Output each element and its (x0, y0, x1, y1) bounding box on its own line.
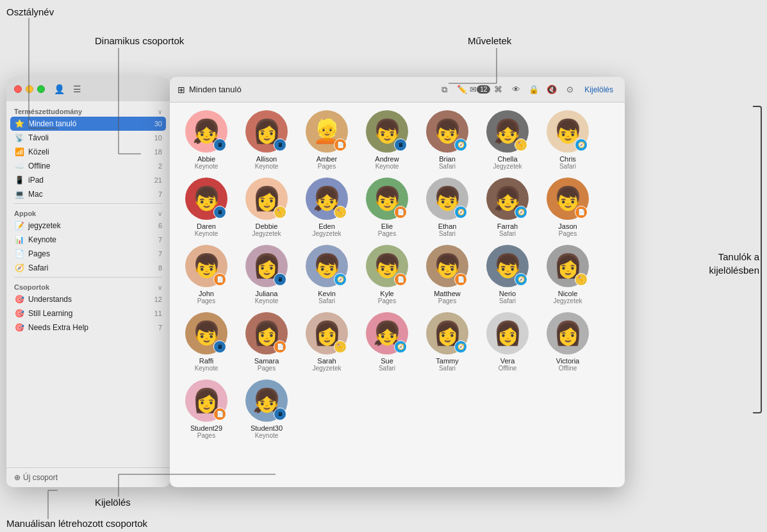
student-card[interactable]: 👩🧭TammySafari (421, 312, 474, 372)
sidebar-item-tavoli[interactable]: 📡 Távoli 10 (6, 131, 170, 145)
keynote-badge-icon: 🖥 (213, 138, 226, 151)
pages-badge-icon: 📄 (334, 138, 347, 151)
student-card[interactable]: 👦📄KylePages (361, 245, 413, 304)
plus-icon: ⊕ (14, 473, 21, 482)
student-card[interactable]: 👩✏️SarahJegyzetek (301, 312, 353, 372)
sidebar-item-jegyzetek[interactable]: 📝 jegyzetek 6 (6, 219, 170, 233)
student-app: Safari (439, 230, 456, 237)
student-app: Keynote (195, 230, 219, 237)
sidebar-item-pages[interactable]: 📄 Pages 7 (6, 247, 170, 261)
student-avatar-wrap: 👧🖥 (245, 379, 288, 422)
student-card[interactable]: 👦📄EliePages (361, 178, 413, 237)
close-button[interactable] (14, 85, 22, 93)
sidebar-count: 11 (154, 310, 162, 317)
sidebar-item-mac[interactable]: 💻 Mac 7 (6, 187, 170, 201)
student-avatar-wrap: 👦🧭 (486, 245, 529, 287)
student-card[interactable]: 👧🧭FarrahSafari (481, 178, 534, 237)
keynote-badge-icon: 🖥 (274, 138, 286, 151)
sidebar-label: Távoli (28, 133, 151, 142)
student-card[interactable]: 👧🖥AbbieKeynote (180, 110, 233, 170)
chevron-icon: ∨ (158, 210, 162, 217)
maximize-button[interactable] (37, 85, 45, 93)
star-icon: ⭐ (14, 119, 24, 129)
list-icon[interactable]: ☰ (70, 84, 83, 94)
sidebar-label: Közeli (28, 147, 151, 156)
pencil-icon[interactable]: ✏️ (455, 83, 469, 97)
student-card[interactable]: 👱📄AmberPages (301, 110, 353, 170)
student-name: Kyle (380, 290, 393, 297)
more-icon[interactable]: ⊙ (563, 83, 577, 97)
share-icon[interactable]: ⌘ (491, 83, 505, 97)
sidebar-item-offline[interactable]: ☁️ Offline 2 (6, 159, 170, 173)
student-card[interactable]: 👦📄MatthewPages (421, 245, 474, 304)
student-card[interactable]: 👧🖥Student30Keynote (240, 379, 293, 439)
student-card[interactable]: 👦📄JasonPages (541, 178, 594, 237)
nearby-icon: 📶 (14, 147, 24, 157)
ann-kijelolés: Kijelölés (95, 497, 131, 508)
eye-icon[interactable]: 👁 (509, 83, 523, 97)
student-name: Chella (497, 155, 517, 163)
toolbar-actions: ⧉ ✏️ ✉ 12 ⌘ 👁 🔒 🔇 ⊙ Kijelölés (437, 83, 617, 97)
pages-badge-icon: 📄 (274, 340, 286, 353)
student-app: Jegyzetek (312, 365, 341, 372)
notes-badge-icon: ✏️ (274, 206, 286, 219)
notes-badge-icon: ✏️ (334, 340, 347, 353)
groups-section-header[interactable]: Csoportok ∨ (6, 279, 170, 292)
sidebar-item-kozeli[interactable]: 📶 Közeli 18 (6, 145, 170, 159)
new-group-footer[interactable]: ⊕ Új csoport (6, 467, 170, 487)
sidebar-item-understands[interactable]: 🎯 Understands 12 (6, 292, 170, 306)
lock-icon[interactable]: 🔒 (527, 83, 541, 97)
sidebar-label: Still Learning (28, 309, 151, 318)
people-icon[interactable]: 👤 (53, 84, 65, 94)
student-card[interactable]: 👧🧭SueSafari (361, 312, 413, 372)
sidebar-item-still-learning[interactable]: 🎯 Still Learning 11 (6, 306, 170, 320)
student-avatar-wrap: 👩✏️ (306, 312, 348, 354)
student-card[interactable]: 👩📄SamaraPages (240, 312, 293, 372)
student-card[interactable]: 👩VictoriaOffline (541, 312, 594, 372)
student-card[interactable]: 👩🖥JulianaKeynote (240, 245, 293, 304)
kijeloles-button[interactable]: Kijelölés (581, 84, 617, 96)
keynote-badge-icon: 🖥 (213, 340, 226, 353)
mute-icon[interactable]: 🔇 (545, 83, 559, 97)
student-card[interactable]: 👩📄Student29Pages (180, 379, 233, 439)
sidebar-item-minden-tanulo[interactable]: ⭐ Minden tanuló 30 (10, 117, 166, 131)
student-card[interactable]: 👦🧭ChrisSafari (541, 110, 594, 170)
class-section-header[interactable]: Természettudomány ∨ (6, 104, 170, 117)
student-card[interactable]: 👦🧭BrianSafari (421, 110, 474, 170)
ipad-icon: 📱 (14, 175, 24, 185)
student-card[interactable]: 👧✏️ChellaJegyzetek (481, 110, 534, 170)
student-avatar-wrap: 👧✏️ (306, 178, 348, 220)
message-icon[interactable]: ✉ 12 (473, 83, 487, 97)
student-card[interactable]: 👦🖥RaffiKeynote (180, 312, 233, 372)
student-card[interactable]: 👦🧭EthanSafari (421, 178, 474, 237)
chevron-icon: ∨ (158, 284, 162, 291)
student-app: Pages (318, 163, 336, 170)
student-card[interactable]: 👦🖥DarenKeynote (180, 178, 233, 237)
student-card[interactable]: 👦📄JohnPages (180, 245, 233, 304)
student-card[interactable]: 👩✏️NicoleJegyzetek (541, 245, 594, 304)
sidebar-item-needs-help[interactable]: 🎯 Needs Extra Help 7 (6, 320, 170, 335)
student-card[interactable]: 👩✏️DebbieJegyzetek (240, 178, 293, 237)
student-avatar-wrap: 👦🧭 (426, 178, 468, 220)
student-card[interactable]: 👩VeraOffline (481, 312, 534, 372)
student-app: Offline (559, 365, 577, 372)
sidebar-item-keynote[interactable]: 📊 Keynote 7 (6, 233, 170, 247)
student-card[interactable]: 👦🧭NerioSafari (481, 245, 534, 304)
student-card[interactable]: 👦🧭KevinSafari (301, 245, 353, 304)
student-avatar-wrap: 👦📄 (366, 245, 408, 287)
sidebar-count: 7 (158, 190, 162, 198)
sidebar-count: 12 (154, 295, 162, 303)
sidebar-item-safari[interactable]: 🧭 Safari 8 (6, 261, 170, 275)
student-card[interactable]: 👩🖥AllisonKeynote (240, 110, 293, 170)
student-card[interactable]: 👦🖥AndrewKeynote (361, 110, 413, 170)
sidebar-item-ipad[interactable]: 📱 iPad 21 (6, 173, 170, 187)
group-icon: 🎯 (14, 322, 24, 333)
apps-section-header[interactable]: Appok ∨ (6, 206, 170, 219)
minimize-button[interactable] (26, 85, 33, 93)
layers-icon[interactable]: ⧉ (437, 83, 451, 97)
student-name: Eden (318, 222, 335, 230)
student-avatar-wrap: 👩📄 (245, 312, 288, 354)
safari-badge-icon: 🧭 (575, 138, 588, 151)
student-card[interactable]: 👧✏️EdenJegyzetek (301, 178, 353, 237)
student-name: John (199, 290, 214, 297)
